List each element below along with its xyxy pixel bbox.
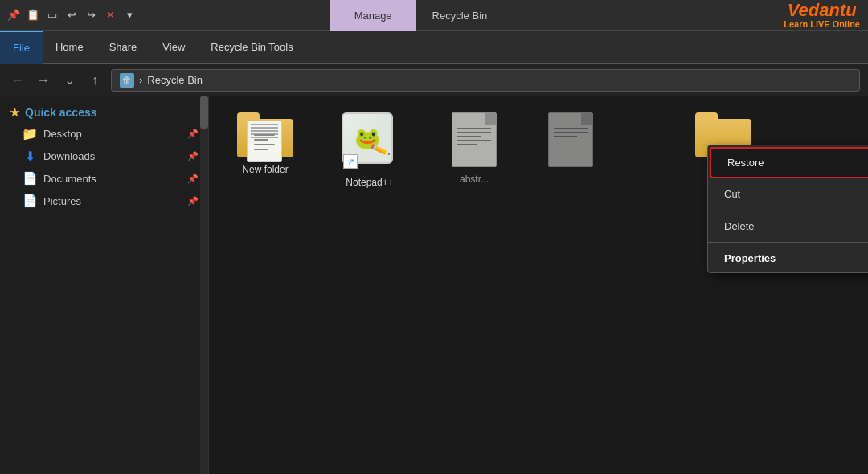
address-text: ›: [139, 74, 142, 86]
desktop-icon: 📁: [23, 126, 37, 141]
address-bar: ← → ⌄ ↑ 🗑 › Recycle Bin: [0, 64, 868, 96]
sidebar-item-downloads[interactable]: ⬇ Downloads 📌: [0, 145, 208, 167]
pin-downloads-icon: 📌: [187, 151, 199, 161]
abstract-label: abstr...: [460, 174, 489, 185]
new-folder-label: New folder: [242, 164, 288, 175]
file-item-new-folder[interactable]: New folder: [225, 112, 305, 175]
doc2-line-3: [554, 136, 577, 137]
tab-manage[interactable]: Manage: [330, 0, 416, 31]
pin-pictures-icon: 📌: [187, 196, 199, 206]
vedantu-logo: Vedantu Learn LIVE Online: [784, 2, 860, 29]
ribbon: File Home Share View Recycle Bin Tools: [0, 31, 868, 64]
sidebar-item-documents[interactable]: 📄 Documents 📌: [0, 167, 208, 190]
sidebar-label-desktop: Desktop: [43, 128, 82, 140]
quick-access-header[interactable]: ★ Quick access: [0, 103, 208, 122]
forward-button[interactable]: →: [34, 71, 53, 90]
ribbon-tab-file[interactable]: File: [0, 31, 43, 64]
doc-line-a4: [457, 140, 491, 141]
doc-line-a3: [457, 136, 481, 137]
file-item-abstract[interactable]: abstr...: [434, 112, 514, 185]
ribbon-tab-view[interactable]: View: [149, 31, 198, 64]
documents-icon: 📄: [23, 171, 37, 186]
vedantu-subtitle: Learn LIVE Online: [784, 19, 860, 29]
doc2-icon: [548, 112, 593, 167]
ribbon-tab-home[interactable]: Home: [43, 31, 96, 64]
doc2-corner: [581, 113, 592, 125]
tab-recycle-bin[interactable]: Recycle Bin: [416, 0, 504, 31]
abstract-doc-icon: [452, 112, 497, 167]
folder-icon-new: [237, 112, 293, 157]
up-button[interactable]: ↑: [85, 71, 104, 90]
file-item-doc2[interactable]: [530, 112, 611, 174]
doc-line-a1: [457, 128, 491, 129]
address-path[interactable]: 🗑 › Recycle Bin: [111, 69, 860, 92]
pictures-icon: 📄: [23, 194, 37, 208]
folder-body: [237, 119, 293, 157]
undo-icon[interactable]: ↩: [64, 8, 79, 22]
quick-access-label: Quick access: [25, 106, 97, 119]
ctx-delete[interactable]: Delete: [708, 212, 868, 240]
sidebar-label-downloads: Downloads: [43, 150, 95, 162]
ctx-properties[interactable]: Properties: [708, 244, 868, 272]
recent-button[interactable]: ⌄: [59, 71, 79, 90]
file-item-notepad[interactable]: 🐸 ✏️ ↗ Notepad++: [330, 112, 410, 188]
pin-desktop-icon: 📌: [187, 129, 199, 139]
sidebar-label-documents: Documents: [43, 173, 96, 185]
minimize-icon[interactable]: ▭: [45, 8, 59, 22]
ctx-divider-1: [708, 210, 868, 210]
title-bar-tabs: Manage Recycle Bin: [330, 0, 504, 31]
notepad-container: 🐸 ✏️ ↗: [342, 112, 398, 170]
recycle-bin-path-icon: 🗑: [120, 73, 134, 88]
context-menu: Restore Cut Delete Properties: [707, 145, 868, 273]
doc-line-4: [254, 149, 268, 150]
notepad-label: Notepad++: [346, 177, 393, 188]
downloads-icon: ⬇: [23, 149, 37, 163]
doc-line-a5: [457, 144, 477, 145]
main-area: ★ Quick access 📁 Desktop 📌 ⬇ Downloads 📌…: [0, 96, 868, 474]
doc2-line-1: [554, 128, 588, 129]
ctx-divider-2: [708, 242, 868, 243]
title-bar: 📌 📋 ▭ ↩ ↪ ✕ ▾ Manage Recycle Bin Vedantu…: [0, 0, 868, 31]
shortcut-arrow: ↗: [343, 154, 358, 169]
folder-paper: [247, 121, 282, 162]
doc-line-1: [254, 134, 275, 136]
ribbon-tab-recycle-tools[interactable]: Recycle Bin Tools: [198, 31, 305, 64]
doc-line-a2: [457, 132, 491, 133]
delete-icon[interactable]: ✕: [103, 8, 117, 22]
doc-corner: [485, 113, 496, 125]
sidebar-item-desktop[interactable]: 📁 Desktop 📌: [0, 122, 208, 145]
sidebar-scrollbar[interactable]: [200, 96, 208, 474]
ctx-cut[interactable]: Cut: [708, 180, 868, 208]
doc-content: [457, 128, 491, 148]
more-icon[interactable]: ▾: [122, 8, 137, 22]
sidebar-label-pictures: Pictures: [43, 195, 81, 207]
doc-line-3: [254, 144, 275, 145]
star-icon: ★: [10, 106, 20, 119]
ctx-restore[interactable]: Restore: [710, 147, 868, 178]
ribbon-tab-share[interactable]: Share: [96, 31, 150, 64]
doc2-line-2: [554, 132, 588, 133]
sidebar-item-pictures[interactable]: 📄 Pictures 📌: [0, 190, 208, 212]
path-label: Recycle Bin: [147, 74, 203, 86]
doc2-content: [554, 128, 588, 140]
back-button[interactable]: ←: [8, 71, 27, 90]
pin-icon[interactable]: 📌: [6, 8, 21, 22]
sidebar: ★ Quick access 📁 Desktop 📌 ⬇ Downloads 📌…: [0, 96, 209, 474]
pin-documents-icon: 📌: [187, 174, 199, 184]
file-area: New folder 🐸 ✏️ ↗ Notepad++: [209, 96, 868, 474]
doc-line-2: [254, 139, 268, 141]
scrollbar-thumb: [200, 96, 208, 129]
vedantu-name: Vedantu: [788, 2, 857, 19]
properties-icon[interactable]: 📋: [26, 8, 40, 22]
doc-lines: [254, 134, 275, 153]
redo-icon[interactable]: ↪: [84, 8, 98, 22]
